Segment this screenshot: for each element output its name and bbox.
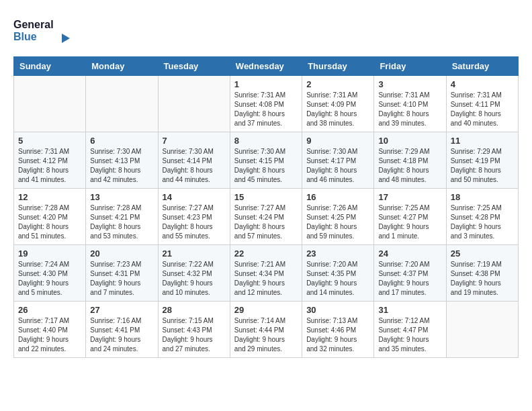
svg-text:General: General bbox=[13, 19, 54, 30]
day-info: Sunrise: 7:30 AMSunset: 4:15 PMDaylight:… bbox=[234, 147, 298, 185]
day-cell-18: 18Sunrise: 7:25 AMSunset: 4:28 PMDayligh… bbox=[446, 189, 518, 245]
day-number: 3 bbox=[378, 79, 441, 89]
svg-text:Blue: Blue bbox=[13, 31, 37, 42]
day-cell-8: 8Sunrise: 7:30 AMSunset: 4:15 PMDaylight… bbox=[230, 132, 302, 189]
day-cell-6: 6Sunrise: 7:30 AMSunset: 4:13 PMDaylight… bbox=[86, 132, 158, 189]
day-number: 14 bbox=[163, 192, 226, 202]
day-info: Sunrise: 7:31 AMSunset: 4:09 PMDaylight:… bbox=[306, 91, 369, 128]
day-info: Sunrise: 7:20 AMSunset: 4:35 PMDaylight:… bbox=[306, 260, 369, 298]
day-cell-14: 14Sunrise: 7:27 AMSunset: 4:23 PMDayligh… bbox=[158, 189, 230, 245]
empty-cell bbox=[446, 302, 518, 358]
day-number: 13 bbox=[90, 192, 153, 202]
day-info: Sunrise: 7:13 AMSunset: 4:46 PMDaylight:… bbox=[306, 316, 369, 354]
day-info: Sunrise: 7:21 AMSunset: 4:34 PMDaylight:… bbox=[234, 260, 298, 298]
day-cell-1: 1Sunrise: 7:31 AMSunset: 4:08 PMDaylight… bbox=[230, 76, 302, 132]
day-info: Sunrise: 7:31 AMSunset: 4:11 PMDaylight:… bbox=[451, 91, 514, 128]
week-row-3: 12Sunrise: 7:28 AMSunset: 4:20 PMDayligh… bbox=[14, 189, 519, 245]
day-cell-29: 29Sunrise: 7:14 AMSunset: 4:44 PMDayligh… bbox=[230, 302, 302, 358]
empty-cell bbox=[86, 76, 158, 132]
day-number: 26 bbox=[18, 305, 81, 315]
weekday-header-sunday: Sunday bbox=[14, 57, 86, 76]
week-row-1: 1Sunrise: 7:31 AMSunset: 4:08 PMDaylight… bbox=[14, 76, 519, 132]
day-number: 25 bbox=[451, 248, 514, 259]
day-cell-28: 28Sunrise: 7:15 AMSunset: 4:43 PMDayligh… bbox=[158, 302, 230, 358]
svg-marker-2 bbox=[62, 34, 70, 43]
day-number: 17 bbox=[378, 192, 441, 202]
week-row-5: 26Sunrise: 7:17 AMSunset: 4:40 PMDayligh… bbox=[14, 302, 519, 358]
day-number: 2 bbox=[306, 79, 369, 89]
day-number: 31 bbox=[378, 305, 441, 315]
day-number: 28 bbox=[163, 305, 226, 315]
day-cell-23: 23Sunrise: 7:20 AMSunset: 4:35 PMDayligh… bbox=[302, 245, 374, 302]
day-info: Sunrise: 7:29 AMSunset: 4:19 PMDaylight:… bbox=[451, 147, 514, 185]
day-number: 10 bbox=[378, 136, 441, 146]
day-info: Sunrise: 7:28 AMSunset: 4:20 PMDaylight:… bbox=[18, 203, 81, 241]
day-cell-15: 15Sunrise: 7:27 AMSunset: 4:24 PMDayligh… bbox=[230, 189, 302, 245]
day-info: Sunrise: 7:30 AMSunset: 4:17 PMDaylight:… bbox=[306, 147, 369, 185]
day-cell-11: 11Sunrise: 7:29 AMSunset: 4:19 PMDayligh… bbox=[446, 132, 518, 189]
day-number: 15 bbox=[234, 192, 298, 202]
day-info: Sunrise: 7:19 AMSunset: 4:38 PMDaylight:… bbox=[451, 260, 514, 298]
day-number: 6 bbox=[90, 136, 153, 146]
day-number: 11 bbox=[451, 136, 514, 146]
day-info: Sunrise: 7:30 AMSunset: 4:13 PMDaylight:… bbox=[90, 147, 153, 185]
day-cell-25: 25Sunrise: 7:19 AMSunset: 4:38 PMDayligh… bbox=[446, 245, 518, 302]
empty-cell bbox=[14, 76, 86, 132]
day-number: 9 bbox=[306, 136, 369, 146]
day-cell-2: 2Sunrise: 7:31 AMSunset: 4:09 PMDaylight… bbox=[302, 76, 374, 132]
day-cell-5: 5Sunrise: 7:31 AMSunset: 4:12 PMDaylight… bbox=[14, 132, 86, 189]
day-info: Sunrise: 7:28 AMSunset: 4:21 PMDaylight:… bbox=[90, 203, 153, 241]
day-cell-20: 20Sunrise: 7:23 AMSunset: 4:31 PMDayligh… bbox=[86, 245, 158, 302]
day-info: Sunrise: 7:23 AMSunset: 4:31 PMDaylight:… bbox=[90, 260, 153, 298]
week-row-2: 5Sunrise: 7:31 AMSunset: 4:12 PMDaylight… bbox=[14, 132, 519, 189]
day-info: Sunrise: 7:20 AMSunset: 4:37 PMDaylight:… bbox=[378, 260, 441, 298]
day-number: 30 bbox=[306, 305, 369, 315]
day-info: Sunrise: 7:27 AMSunset: 4:23 PMDaylight:… bbox=[163, 203, 226, 241]
day-number: 12 bbox=[18, 192, 81, 202]
day-info: Sunrise: 7:26 AMSunset: 4:25 PMDaylight:… bbox=[306, 203, 369, 241]
logo-icon: General Blue bbox=[13, 13, 87, 46]
day-cell-24: 24Sunrise: 7:20 AMSunset: 4:37 PMDayligh… bbox=[374, 245, 446, 302]
empty-cell bbox=[158, 76, 230, 132]
weekday-header-wednesday: Wednesday bbox=[230, 57, 302, 76]
day-info: Sunrise: 7:31 AMSunset: 4:10 PMDaylight:… bbox=[378, 91, 441, 128]
day-cell-13: 13Sunrise: 7:28 AMSunset: 4:21 PMDayligh… bbox=[86, 189, 158, 245]
page-header: General Blue bbox=[13, 13, 519, 46]
day-number: 20 bbox=[90, 248, 153, 259]
day-number: 19 bbox=[18, 248, 81, 259]
day-cell-17: 17Sunrise: 7:25 AMSunset: 4:27 PMDayligh… bbox=[374, 189, 446, 245]
weekday-header-tuesday: Tuesday bbox=[158, 57, 230, 76]
day-info: Sunrise: 7:14 AMSunset: 4:44 PMDaylight:… bbox=[234, 316, 298, 354]
day-cell-10: 10Sunrise: 7:29 AMSunset: 4:18 PMDayligh… bbox=[374, 132, 446, 189]
day-cell-22: 22Sunrise: 7:21 AMSunset: 4:34 PMDayligh… bbox=[230, 245, 302, 302]
day-info: Sunrise: 7:12 AMSunset: 4:47 PMDaylight:… bbox=[378, 316, 441, 354]
day-number: 27 bbox=[90, 305, 153, 315]
logo: General Blue bbox=[13, 13, 87, 46]
day-cell-16: 16Sunrise: 7:26 AMSunset: 4:25 PMDayligh… bbox=[302, 189, 374, 245]
weekday-header-friday: Friday bbox=[374, 57, 446, 76]
day-info: Sunrise: 7:16 AMSunset: 4:41 PMDaylight:… bbox=[90, 316, 153, 354]
day-number: 8 bbox=[234, 136, 298, 146]
day-cell-9: 9Sunrise: 7:30 AMSunset: 4:17 PMDaylight… bbox=[302, 132, 374, 189]
day-number: 18 bbox=[451, 192, 514, 202]
day-info: Sunrise: 7:25 AMSunset: 4:28 PMDaylight:… bbox=[451, 203, 514, 241]
calendar-table: SundayMondayTuesdayWednesdayThursdayFrid… bbox=[13, 56, 519, 358]
day-info: Sunrise: 7:31 AMSunset: 4:08 PMDaylight:… bbox=[234, 91, 298, 128]
day-cell-3: 3Sunrise: 7:31 AMSunset: 4:10 PMDaylight… bbox=[374, 76, 446, 132]
day-info: Sunrise: 7:22 AMSunset: 4:32 PMDaylight:… bbox=[163, 260, 226, 298]
day-info: Sunrise: 7:24 AMSunset: 4:30 PMDaylight:… bbox=[18, 260, 81, 298]
day-number: 16 bbox=[306, 192, 369, 202]
day-info: Sunrise: 7:25 AMSunset: 4:27 PMDaylight:… bbox=[378, 203, 441, 241]
day-info: Sunrise: 7:15 AMSunset: 4:43 PMDaylight:… bbox=[163, 316, 226, 354]
day-number: 24 bbox=[378, 248, 441, 259]
week-row-4: 19Sunrise: 7:24 AMSunset: 4:30 PMDayligh… bbox=[14, 245, 519, 302]
day-number: 7 bbox=[163, 136, 226, 146]
day-number: 21 bbox=[163, 248, 226, 259]
weekday-header-saturday: Saturday bbox=[446, 57, 518, 76]
day-info: Sunrise: 7:17 AMSunset: 4:40 PMDaylight:… bbox=[18, 316, 81, 354]
day-cell-31: 31Sunrise: 7:12 AMSunset: 4:47 PMDayligh… bbox=[374, 302, 446, 358]
day-cell-4: 4Sunrise: 7:31 AMSunset: 4:11 PMDaylight… bbox=[446, 76, 518, 132]
weekday-header-thursday: Thursday bbox=[302, 57, 374, 76]
day-number: 22 bbox=[234, 248, 298, 259]
day-info: Sunrise: 7:30 AMSunset: 4:14 PMDaylight:… bbox=[163, 147, 226, 185]
